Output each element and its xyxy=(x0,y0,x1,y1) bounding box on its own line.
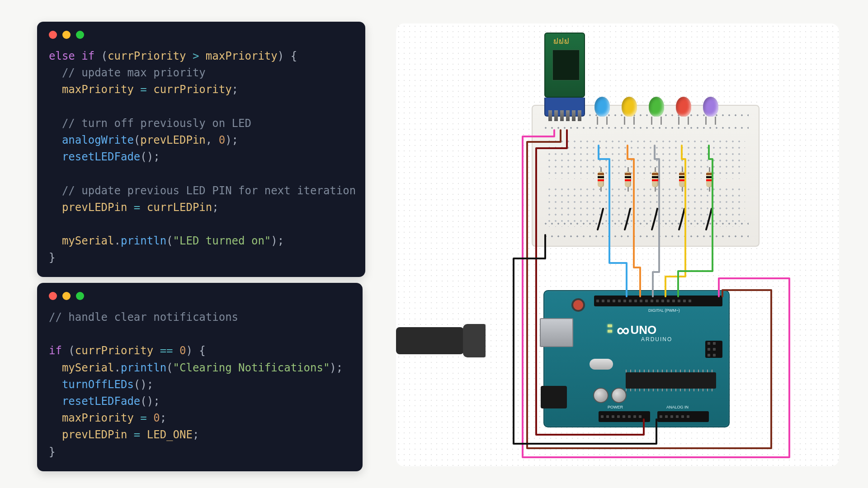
window-controls xyxy=(49,31,354,39)
zoom-icon xyxy=(76,31,84,39)
minimize-icon xyxy=(62,31,71,39)
window-controls xyxy=(49,292,351,300)
slide: else if (currPriority > maxPriority) { /… xyxy=(0,0,868,488)
code-block-2: // handle clear notifications if (currPr… xyxy=(49,309,351,460)
minimize-icon xyxy=(62,292,71,300)
circuit-diagram: ຟຟຟ xyxy=(396,23,839,466)
code-block-1: else if (currPriority > maxPriority) { /… xyxy=(49,48,354,266)
code-window-1: else if (currPriority > maxPriority) { /… xyxy=(37,22,365,277)
close-icon xyxy=(49,292,57,300)
zoom-icon xyxy=(76,292,84,300)
wires xyxy=(396,23,839,466)
code-window-2: // handle clear notifications if (currPr… xyxy=(37,283,363,471)
close-icon xyxy=(49,31,57,39)
